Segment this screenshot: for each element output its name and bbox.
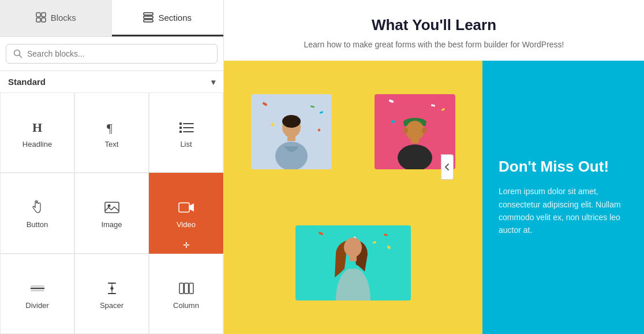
yellow-area [224,61,482,334]
svg-text:H: H [32,120,42,135]
svg-point-18 [107,205,110,207]
svg-text:¶: ¶ [107,121,113,135]
collapse-panel-button[interactable] [441,154,454,180]
block-item-text[interactable]: ¶ Text [74,92,149,173]
button-block-icon [29,199,46,216]
block-item-headline[interactable]: H Headline [0,92,74,173]
svg-rect-24 [184,283,188,294]
svg-rect-2 [36,18,40,22]
spacer-icon [104,280,120,296]
svg-point-27 [282,115,301,128]
search-box [6,44,218,64]
svg-rect-25 [189,283,193,294]
chevron-down-icon: ▾ [211,77,215,87]
search-input[interactable] [27,49,210,58]
block-label-video: Video [177,220,196,229]
blue-area: Don't Miss Out! Lorem ipsum dolor sit am… [482,61,644,334]
block-label-list: List [180,140,192,149]
blocks-grid: H Headline ¶ Text [0,92,223,334]
block-label-headline: Headline [23,140,52,149]
svg-rect-39 [349,255,357,261]
learn-section: What You'll Learn Learn how to make grea… [224,0,644,61]
svg-rect-23 [179,283,184,294]
sections-icon [143,12,153,23]
dont-miss-title: Don't Miss Out! [499,158,628,176]
block-item-list[interactable]: List [149,92,223,173]
svg-point-29 [275,142,308,169]
svg-point-32 [406,121,424,140]
image-icon [104,199,120,216]
block-item-video[interactable]: Video ✛ [149,173,223,253]
tab-blocks-label: Blocks [51,13,76,23]
person-photo-3 [295,225,411,300]
standard-label: Standard [8,77,46,87]
svg-rect-11 [179,123,182,125]
svg-rect-19 [179,203,189,212]
svg-rect-1 [42,13,46,17]
svg-rect-3 [42,18,46,22]
left-panel: Blocks Sections Sta [0,0,224,334]
block-item-divider[interactable]: Divider [0,254,74,334]
block-label-button: Button [27,220,48,229]
svg-point-38 [344,238,360,257]
search-icon [13,49,23,58]
column-icon [178,280,194,296]
headline-icon: H [29,119,46,135]
search-area [0,37,223,71]
bottom-section: Don't Miss Out! Lorem ipsum dolor sit am… [224,61,644,334]
block-label-image: Image [101,220,122,229]
svg-point-34 [422,128,426,133]
person-photo-1 [251,94,332,169]
svg-rect-35 [411,139,419,143]
svg-line-8 [20,55,22,58]
divider-icon [29,280,46,296]
svg-rect-4 [144,13,153,15]
block-label-spacer: Spacer [100,301,123,310]
svg-point-36 [398,144,432,169]
tab-blocks[interactable]: Blocks [0,0,112,36]
text-icon: ¶ [104,119,120,135]
svg-rect-28 [287,135,295,141]
svg-rect-13 [179,127,182,129]
learn-subtitle: Learn how to make great forms with the b… [247,40,621,49]
list-icon [178,119,194,135]
svg-point-33 [403,128,408,133]
tabs-container: Blocks Sections [0,0,223,37]
block-item-button[interactable]: Button [0,173,74,253]
blocks-icon [36,12,46,23]
learn-title: What You'll Learn [247,16,621,34]
block-item-spacer[interactable]: Spacer [74,254,149,334]
tab-sections-label: Sections [158,13,192,23]
video-icon [178,199,194,216]
block-label-text: Text [105,140,119,149]
svg-rect-17 [105,202,119,213]
block-item-column[interactable]: Column [149,254,223,334]
block-label-divider: Divider [25,301,48,310]
svg-rect-6 [144,20,153,22]
right-panel: What You'll Learn Learn how to make grea… [224,0,644,334]
move-cursor-icon: ✛ [183,240,190,250]
block-label-column: Column [173,301,199,310]
block-item-image[interactable]: Image [74,173,149,253]
svg-rect-15 [179,131,182,133]
dont-miss-text: Lorem ipsum dolor sit amet, consectetur … [499,185,628,237]
svg-rect-5 [144,16,153,18]
standard-section-header[interactable]: Standard ▾ [0,71,223,92]
svg-rect-0 [36,13,40,17]
tab-sections[interactable]: Sections [112,0,224,36]
